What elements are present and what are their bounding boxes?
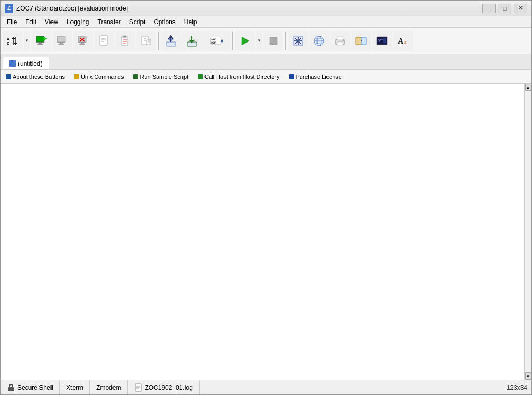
button-bar: About these Buttons Unix Commands Run Sa…	[1, 70, 531, 84]
svg-rect-19	[100, 36, 107, 45]
tab-label: (untitled)	[18, 60, 43, 67]
svg-rect-15	[81, 42, 84, 44]
snowflake-icon	[292, 35, 304, 47]
call-host-dot	[198, 74, 203, 79]
tab-icon	[9, 60, 16, 67]
connect-button[interactable]	[31, 31, 51, 51]
upload-icon	[165, 35, 177, 47]
toolbar: A Z ▼	[1, 28, 531, 54]
menu-edit[interactable]: Edit	[21, 17, 40, 27]
svg-rect-6	[39, 42, 42, 44]
scroll-down-arrow[interactable]: ▼	[525, 372, 531, 380]
menu-file[interactable]: File	[3, 17, 21, 27]
run-sample-script-button[interactable]: Run Sample Script	[130, 72, 191, 81]
tab-untitled[interactable]: (untitled)	[3, 57, 49, 69]
web-icon	[313, 35, 325, 47]
svg-rect-44	[270, 37, 277, 45]
clear-icon	[98, 35, 110, 47]
print-icon	[334, 35, 346, 47]
svg-text:VT: VT	[378, 39, 383, 43]
script-icon	[140, 35, 152, 47]
svg-rect-42	[221, 39, 223, 42]
purchase-license-button[interactable]: Purchase License	[286, 72, 345, 81]
clear-button[interactable]	[94, 31, 114, 51]
dimensions-display: 123x34	[507, 384, 531, 391]
about-buttons-button[interactable]: About these Buttons	[3, 72, 68, 81]
svg-rect-57	[337, 42, 343, 45]
svg-point-59	[343, 40, 344, 41]
terminal-button[interactable]: VT	[372, 31, 392, 51]
font-icon: A a	[397, 35, 410, 47]
sort-az-dropdown[interactable]: ▼	[24, 31, 30, 51]
unix-commands-dot	[74, 74, 79, 79]
svg-rect-25	[124, 36, 126, 37]
play-dropdown[interactable]: ▼	[256, 31, 262, 51]
menu-script[interactable]: Script	[125, 17, 150, 27]
run-sample-script-dot	[133, 74, 138, 79]
sort-az-icon: A Z	[6, 35, 19, 47]
status-xterm: Xterm	[60, 380, 90, 394]
menu-bar: File Edit View Logging Transfer Script O…	[1, 16, 531, 28]
window-controls: — □ ✕	[482, 4, 527, 13]
svg-rect-69	[135, 384, 141, 391]
download-button[interactable]	[182, 31, 202, 51]
menu-options[interactable]: Options	[149, 17, 179, 27]
status-zmodem: Zmodem	[90, 380, 128, 394]
string-send-button[interactable]: ABC DEF	[203, 31, 230, 51]
scroll-up-arrow[interactable]: ▲	[525, 84, 531, 91]
svg-rect-58	[337, 37, 343, 40]
status-log-file: ZOC1902_01.log	[128, 380, 199, 394]
about-buttons-label: About these Buttons	[13, 74, 65, 80]
font-button[interactable]: A a	[393, 31, 413, 51]
play-icon	[239, 35, 251, 47]
menu-view[interactable]: View	[40, 17, 63, 27]
paste-button[interactable]	[115, 31, 135, 51]
svg-marker-43	[242, 37, 249, 45]
svg-rect-60	[356, 37, 361, 45]
sort-az-button[interactable]: A Z	[3, 31, 23, 51]
disconnect-icon	[77, 35, 89, 47]
paste-icon	[119, 35, 131, 47]
svg-rect-68	[8, 387, 14, 391]
purchase-license-dot	[289, 74, 294, 79]
terminal-area[interactable]: ▲ ▼	[1, 84, 531, 380]
print-button[interactable]	[330, 31, 350, 51]
menu-transfer[interactable]: Transfer	[94, 17, 125, 27]
script-button[interactable]	[136, 31, 156, 51]
copy-files-button[interactable]	[351, 31, 371, 51]
svg-text:a: a	[404, 39, 407, 45]
about-buttons-dot	[6, 74, 11, 79]
play-button[interactable]	[235, 31, 255, 51]
reconnect-button[interactable]	[52, 31, 72, 51]
svg-text:ABC: ABC	[211, 38, 216, 41]
minimize-button[interactable]: —	[482, 4, 496, 13]
call-host-button[interactable]: Call Host from Host Directory	[195, 72, 282, 81]
toolbar-sep-3	[285, 32, 286, 50]
freeze-button[interactable]	[288, 31, 308, 51]
connect-icon	[35, 35, 47, 47]
stop-button[interactable]	[263, 31, 283, 51]
disconnect-button[interactable]	[73, 31, 93, 51]
status-bar: Secure Shell Xterm Zmodem ZOC1902_01.log…	[1, 380, 531, 394]
svg-marker-8	[44, 37, 47, 40]
menu-help[interactable]: Help	[180, 17, 201, 27]
menu-logging[interactable]: Logging	[63, 17, 94, 27]
svg-rect-11	[60, 42, 63, 44]
purchase-license-label: Purchase License	[296, 74, 342, 80]
upload-button[interactable]	[161, 31, 181, 51]
web-button[interactable]	[309, 31, 329, 51]
vertical-scrollbar[interactable]: ▲ ▼	[524, 84, 531, 380]
title-bar: Z ZOC7 (Standard.zoc) [evaluation mode] …	[1, 1, 531, 16]
svg-point-50	[297, 40, 299, 42]
svg-text:A: A	[7, 37, 9, 41]
lock-icon	[7, 383, 15, 392]
call-host-label: Call Host from Host Directory	[204, 74, 279, 80]
app-icon: Z	[5, 4, 13, 13]
close-button[interactable]: ✕	[514, 4, 527, 13]
svg-rect-12	[58, 44, 64, 45]
maximize-button[interactable]: □	[498, 4, 511, 13]
status-secure-shell: Secure Shell	[1, 380, 60, 394]
secure-shell-label: Secure Shell	[17, 384, 53, 391]
svg-rect-5	[36, 36, 44, 41]
unix-commands-button[interactable]: Unix Commands	[71, 72, 127, 81]
